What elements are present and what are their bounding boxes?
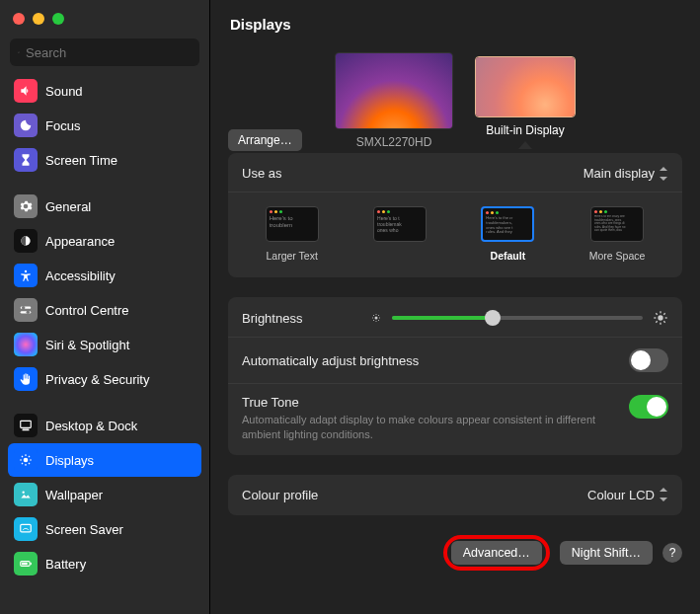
svg-line-30 <box>378 315 379 316</box>
close-window[interactable] <box>13 13 25 25</box>
colour-profile-panel: Colour profile Colour LCD <box>228 475 682 515</box>
use-as-row: Use as Main display <box>228 155 682 192</box>
minimize-window[interactable] <box>33 13 44 25</box>
main-content: Displays Arrange… SMXL2270HD Built-in Di… <box>210 0 700 614</box>
svg-line-38 <box>656 321 657 322</box>
chevron-updown-icon <box>659 167 668 181</box>
sidebar-item-label: Sound <box>45 84 83 99</box>
svg-line-39 <box>663 313 664 314</box>
search-icon <box>18 45 20 59</box>
svg-line-15 <box>22 463 23 464</box>
svg-point-31 <box>658 315 662 320</box>
true-tone-row: True Tone Automatically adapt display to… <box>228 384 682 453</box>
window-controls <box>0 0 209 35</box>
search-field[interactable] <box>10 38 199 66</box>
dock-icon <box>14 414 38 437</box>
night-shift-button[interactable]: Night Shift… <box>560 541 653 565</box>
brightness-row: Brightness <box>228 299 682 338</box>
resolution-options: Here's totroublem Larger Text Here's to … <box>228 192 682 275</box>
zoom-window[interactable] <box>52 13 64 25</box>
footer: Advanced… Night Shift… ? <box>210 525 700 584</box>
hand-icon <box>14 367 38 391</box>
use-as-value: Main display <box>583 166 655 181</box>
true-tone-toggle[interactable] <box>629 395 668 419</box>
sidebar-item-screen-saver[interactable]: Screen Saver <box>8 512 201 546</box>
scale-label: Default <box>491 250 526 262</box>
scale-label: More Space <box>589 250 646 262</box>
page-title: Displays <box>230 16 680 33</box>
sidebar-item-label: Privacy & Security <box>45 372 149 387</box>
svg-rect-21 <box>22 563 28 565</box>
auto-brightness-label: Automatically adjust brightness <box>242 353 629 368</box>
scale-option-default[interactable]: Here's to the crtroublemakers,ones who s… <box>481 206 534 262</box>
slider-thumb[interactable] <box>485 310 501 326</box>
sidebar-item-label: Control Centre <box>45 303 129 318</box>
sidebar-item-screen-time[interactable]: Screen Time <box>8 143 201 177</box>
svg-point-4 <box>22 306 26 310</box>
sidebar-item-accessibility[interactable]: Accessibility <box>8 259 201 292</box>
sidebar-item-desktop-dock[interactable]: Desktop & Dock <box>8 409 201 442</box>
scale-thumb: Here's totroublem <box>266 206 319 242</box>
true-tone-label: True Tone <box>242 395 629 410</box>
sidebar-item-control-centre[interactable]: Control Centre <box>8 293 201 327</box>
scale-option-2[interactable]: Here's to ttroublemakones who <box>373 206 427 262</box>
sidebar-item-siri[interactable]: Siri & Spotlight <box>8 328 201 361</box>
sidebar-item-battery[interactable]: Battery <box>8 547 201 580</box>
sidebar-item-label: Desktop & Dock <box>45 419 137 433</box>
sidebar-item-sound[interactable]: Sound <box>8 74 201 108</box>
advanced-button[interactable]: Advanced… <box>451 541 542 565</box>
callout-highlight: Advanced… <box>443 535 550 571</box>
auto-brightness-toggle[interactable] <box>629 348 668 372</box>
sidebar-item-displays[interactable]: Displays <box>8 443 201 477</box>
display-external[interactable]: SMXL2270HD <box>335 52 453 149</box>
sidebar-item-focus[interactable]: Focus <box>8 109 201 142</box>
svg-point-1 <box>25 270 27 272</box>
screensaver-icon <box>14 517 38 541</box>
sidebar-item-privacy[interactable]: Privacy & Security <box>8 362 201 396</box>
svg-rect-20 <box>31 563 32 565</box>
colour-profile-value: Colour LCD <box>587 488 655 502</box>
sidebar-item-label: Appearance <box>45 234 115 249</box>
scale-thumb: Here's to the crtroublemakers,ones who s… <box>481 206 534 242</box>
help-button[interactable]: ? <box>662 543 682 563</box>
scale-label: Larger Text <box>267 250 318 262</box>
sidebar: Sound Focus Screen Time General Appearan… <box>0 0 210 614</box>
sidebar-item-label: Accessibility <box>45 269 116 283</box>
switches-icon <box>14 298 38 322</box>
svg-point-22 <box>375 317 378 320</box>
search-input[interactable] <box>26 45 192 60</box>
auto-brightness-row: Automatically adjust brightness <box>228 338 682 384</box>
sidebar-item-appearance[interactable]: Appearance <box>8 224 201 258</box>
gear-icon <box>14 194 38 218</box>
wallpaper-icon <box>14 483 38 506</box>
selected-indicator <box>518 141 532 149</box>
sidebar-item-label: Battery <box>45 557 86 572</box>
svg-point-5 <box>27 311 30 315</box>
display-name: Built-in Display <box>486 123 564 137</box>
sidebar-item-label: General <box>45 199 91 214</box>
sun-icon <box>14 448 38 472</box>
brightness-label: Brightness <box>242 311 360 326</box>
svg-line-16 <box>29 456 30 457</box>
svg-line-13 <box>22 456 23 457</box>
display-name: SMXL2270HD <box>356 135 432 149</box>
display-settings-panel: Use as Main display Here's totroublem La… <box>228 153 682 277</box>
arrange-button[interactable]: Arrange… <box>228 129 302 151</box>
display-arrangement: Arrange… SMXL2270HD Built-in Display <box>210 44 700 155</box>
display-builtin[interactable]: Built-in Display <box>475 56 576 149</box>
header: Displays <box>210 0 700 44</box>
external-monitor-icon <box>335 52 453 129</box>
hourglass-icon <box>14 148 38 172</box>
colour-profile-dropdown[interactable]: Colour LCD <box>587 488 668 502</box>
scale-option-larger[interactable]: Here's totroublem Larger Text <box>266 206 319 262</box>
sidebar-item-general[interactable]: General <box>8 190 201 223</box>
svg-line-37 <box>663 321 664 322</box>
sidebar-item-label: Displays <box>45 453 94 468</box>
sidebar-item-wallpaper[interactable]: Wallpaper <box>8 478 201 511</box>
brightness-slider[interactable] <box>392 316 643 320</box>
chevron-updown-icon <box>659 488 668 501</box>
svg-line-36 <box>656 313 657 314</box>
use-as-dropdown[interactable]: Main display <box>583 166 668 181</box>
scale-option-more-space[interactable]: Here's to the crazy onetroublemakers, on… <box>589 206 646 262</box>
sidebar-list: Sound Focus Screen Time General Appearan… <box>0 74 209 614</box>
